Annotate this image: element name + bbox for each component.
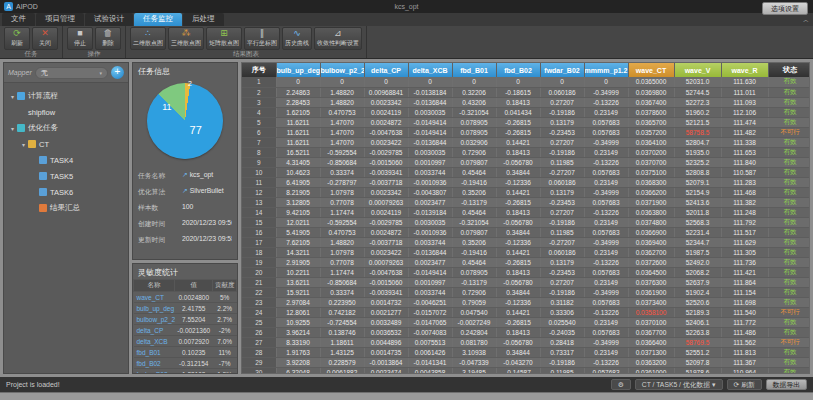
sens-name-link[interactable]: bulbow_p2_2 (134, 314, 175, 325)
table-row[interactable]: 1010.46230.33374-0.00393410.00337440.454… (242, 167, 810, 177)
ribbon-button-matrix[interactable]: ⊞矩阵散点图 (206, 27, 242, 50)
sensitivity-row[interactable]: fbd_B02-0.312154-7% (134, 358, 237, 369)
table-row[interactable]: 281.917631.431250.00147350.00614263.1093… (242, 347, 810, 357)
column-header-fbd_B01[interactable]: fbd_B01 (452, 63, 496, 77)
info-field-value[interactable]: ↗SilverBullet (182, 187, 232, 197)
sensitivity-row[interactable]: bulb_up_deg2.417552.2% (134, 303, 237, 314)
tree-item-TASK5[interactable]: TASK5 (4, 168, 128, 184)
table-row[interactable]: 2113.6211-0.850684-0.00150600.0010997-0.… (242, 277, 810, 287)
statusbar-button-refresh[interactable]: ⟳刷新 (727, 379, 762, 390)
ribbon-button-scatter3d[interactable]: ⁂三维散点图 (168, 27, 204, 50)
column-header-no[interactable]: 序号 (242, 63, 276, 77)
table-row[interactable]: 1512.0211-0.592554-0.00297850.0030035-0.… (242, 217, 810, 227)
column-header-delta_CP[interactable]: delta_CP (364, 63, 408, 77)
table-row[interactable]: 306.320480.00618820.00234740.00438583.19… (242, 367, 810, 374)
table-row[interactable]: 133.128050.770780.000792630.0023477-0.13… (242, 197, 810, 207)
table-row[interactable]: 22.248631.488200.00968841-0.01381840.322… (242, 87, 810, 97)
tree-item-计算流程[interactable]: ▾计算流程 (4, 88, 128, 104)
table-row[interactable]: 116.41905-0.278797-0.0037718-0.0010936-0… (242, 177, 810, 187)
ribbon-button-stop[interactable]: ■停止 (67, 27, 93, 50)
column-header-wave_V[interactable]: wave_V (674, 63, 721, 77)
options-button[interactable]: 选项设置 (762, 2, 808, 15)
table-row[interactable]: 232.970840.2239500.0014732-0.00462510.79… (242, 297, 810, 307)
sens-name-link[interactable]: fbd_B01 (134, 347, 175, 358)
column-header-fbd_B02[interactable]: fbd_B02 (496, 63, 540, 77)
tree-item-TASK6[interactable]: TASK6 (4, 184, 128, 200)
sensitivity-row[interactable]: wave_CT0.00248005% (134, 292, 237, 303)
tree-item-TASK4[interactable]: TASK4 (4, 152, 128, 168)
table-row[interactable]: 816.5211-0.592554-0.00297850.00300350.72… (242, 147, 810, 157)
ribbon-button-delete[interactable]: 🗑删除 (95, 27, 121, 50)
sensitivity-row[interactable]: fbd_B010.1023511% (134, 347, 237, 358)
tab-file[interactable]: 文件 (2, 13, 35, 26)
table-row[interactable]: 177.621051.48820-0.00377180.00337440.352… (242, 237, 810, 247)
expander-icon[interactable]: ▾ (8, 125, 17, 132)
column-header-fwdar_B02[interactable]: fwdar_B02 (540, 63, 584, 77)
tab-post[interactable]: 后处理 (183, 13, 224, 26)
tree-item-结果汇总[interactable]: 结果汇总 (4, 200, 128, 216)
table-row[interactable]: 1000000000.036500052031.0111.630有效 (242, 77, 810, 87)
column-header-status[interactable]: 状态 (768, 63, 810, 77)
statusbar-button-scope[interactable]: CT / TASK5 / 优化数据▾ (635, 379, 723, 390)
tree-item-CT[interactable]: ▾CT (4, 136, 128, 152)
column-header-wave_R[interactable]: wave_R (721, 63, 768, 77)
sens-name-link[interactable]: fbd_B02 (134, 358, 175, 369)
table-row[interactable]: 128.219051.079780.0023342-0.00438070.352… (242, 187, 810, 197)
ribbon-group-buttons: ■停止🗑删除 (67, 27, 121, 50)
sens-name-link[interactable]: delta_CP (134, 325, 175, 336)
sensitivity-row[interactable]: delta_CP-0.0021360-2% (134, 325, 237, 336)
expander-icon[interactable]: ▾ (19, 141, 28, 148)
table-row[interactable]: 2215.92110.33374-0.00393410.00337440.729… (242, 287, 810, 297)
cell-wave_CT: 0.0363200 (628, 357, 674, 367)
sens-name-link[interactable]: delta_XCB (134, 336, 175, 347)
table-row[interactable]: 511.62111.470700.0024872-0.01494140.0789… (242, 117, 810, 127)
sensitivity-table: 名称值贡献度 wave_CT0.00248005%bulb_up_deg2.41… (133, 279, 237, 374)
table-row[interactable]: 2510.9255-0.7245540.0032489-0.0147065-0.… (242, 317, 810, 327)
table-row[interactable]: 611.62111.47070-0.0047638-0.01494140.078… (242, 127, 810, 137)
cell-bulbow_p2_2: 0.742182 (320, 307, 364, 317)
sensitivity-row[interactable]: fwdar_B021.231031.5% (134, 369, 237, 375)
table-row[interactable]: 2412.80610.7421820.0021277-0.01570720.04… (242, 307, 810, 317)
tab-doe[interactable]: 试验设计 (85, 13, 133, 26)
add-task-button[interactable]: + (111, 66, 124, 79)
tree-item-优化任务[interactable]: ▾优化任务 (4, 120, 128, 136)
column-header-delta_XCB[interactable]: delta_XCB (408, 63, 452, 77)
sens-name-link[interactable]: bulb_up_deg (134, 303, 175, 314)
table-row[interactable]: 94.31405-0.850684-0.00150600.00109970.07… (242, 157, 810, 167)
table-row[interactable]: 192.919050.770780.000792630.00234770.454… (242, 257, 810, 267)
sensitivity-row[interactable]: bulbow_p2_27.552042.7% (134, 314, 237, 325)
table-row[interactable]: 711.62111.470700.0023422-0.01368440.0329… (242, 137, 810, 147)
cell-wave_V: 52189.3 (674, 307, 721, 317)
table-row[interactable]: 149.421051.174740.0024119-0.01391840.454… (242, 207, 810, 217)
ribbon-collapse-icon[interactable]: ︿ (803, 16, 809, 25)
ribbon-button-history[interactable]: ∿历史曲线 (282, 27, 312, 50)
sens-name-link[interactable]: wave_CT (134, 292, 175, 303)
table-row[interactable]: 41.621050.4707530.00241190.0030035-0.321… (242, 107, 810, 117)
tree-item-shipflow[interactable]: shipflow (4, 104, 128, 120)
sens-name-link[interactable]: fwdar_B02 (134, 369, 175, 375)
tree-filter-select[interactable]: 无 ▾ (35, 67, 108, 79)
table-row[interactable]: 32.284531.488200.0023342-0.01368440.4320… (242, 97, 810, 107)
table-row[interactable]: 293.922080.228579-0.0013864-0.0141341-0.… (242, 357, 810, 367)
table-row[interactable]: 1814.32111.079780.0023422-0.0136844-0.19… (242, 247, 810, 257)
statusbar-button-export[interactable]: 数据导出 (766, 379, 807, 390)
ribbon-button-close[interactable]: ✕关闭 (32, 27, 58, 50)
tab-monitor[interactable]: 任务监控 (134, 13, 182, 26)
sensitivity-row[interactable]: delta_XCB0.00729207.0% (134, 336, 237, 347)
column-header-wave_CT[interactable]: wave_CT (628, 63, 674, 77)
table-row[interactable]: 165.419050.4707530.0024872-0.00109360.07… (242, 227, 810, 237)
table-row[interactable]: 263.962140.1387460.0036532-0.00740830.24… (242, 327, 810, 337)
column-header-mmmm_p1_2[interactable]: mmmm_p1.2 (584, 63, 628, 77)
ribbon-button-scatter2d[interactable]: ∴二维散点图 (130, 27, 166, 50)
tab-project[interactable]: 项目管理 (36, 13, 84, 26)
ribbon-button-parallel[interactable]: ∥平行坐标图 (244, 27, 280, 50)
column-header-bulb_up_deg[interactable]: bulb_up_deg (276, 63, 320, 77)
ribbon-button-convergence[interactable]: ⊿收敛性判断设置 (314, 27, 362, 50)
table-row[interactable]: 278.331901.186110.00448960.00755130.0817… (242, 337, 810, 347)
expander-icon[interactable]: ▾ (8, 93, 17, 100)
info-field-value[interactable]: ↗kcs_opt (182, 171, 232, 181)
statusbar-button-settings[interactable]: ⚙ (611, 379, 631, 390)
ribbon-button-refresh[interactable]: ⟳刷新 (4, 27, 30, 50)
column-header-bulbow_p2_2[interactable]: bulbow_p2_2 (320, 63, 364, 77)
table-row[interactable]: 2010.22111.17474-0.0047638-0.01494140.07… (242, 267, 810, 277)
